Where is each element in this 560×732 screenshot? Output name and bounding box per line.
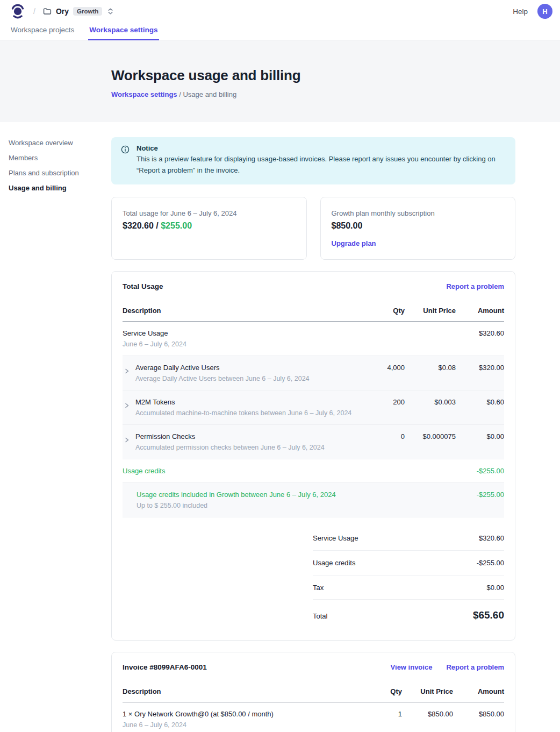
report-a-problem-link[interactable]: Report a problem — [446, 663, 504, 671]
table-header: Description Qty Unit Price Amount — [123, 303, 504, 322]
row-title: Service Usage — [123, 329, 364, 337]
summary-total-row: Total $65.60 — [313, 600, 504, 629]
invoice-title: Invoice #8099AFA6-0001 — [123, 663, 207, 671]
col-qty: Qty — [364, 687, 402, 695]
upgrade-plan-link[interactable]: Upgrade plan — [332, 239, 505, 247]
table-row: Usage credits -$255.00 — [123, 459, 504, 483]
row-amount: -$255.00 — [456, 467, 504, 475]
subscription-card: Growth plan monthly subscription $850.00… — [320, 197, 516, 260]
breadcrumb-separator: / — [177, 90, 183, 98]
tab-bar: Workspace projects Workspace settings — [0, 23, 560, 40]
summary-row: Service Usage $320.60 — [313, 526, 504, 551]
panel-title: Total Usage — [123, 282, 163, 290]
col-unit-price: Unit Price — [402, 687, 453, 695]
chevron-right-icon[interactable] — [124, 437, 130, 443]
topbar-right: Help H — [513, 4, 552, 19]
table-row[interactable]: Permission Checks Accumulated permission… — [123, 425, 504, 459]
sidebar-item-workspace-overview[interactable]: Workspace overview — [9, 139, 103, 147]
breadcrumb-current: Usage and billing — [183, 90, 236, 98]
row-unit-price: $850.00 — [402, 710, 453, 729]
total-usage-value: $320.60 / $255.00 — [123, 221, 296, 231]
row-amount: $320.00 — [456, 364, 504, 382]
row-qty: 0 — [364, 432, 405, 451]
table-row: 1 × Ory Network Growth@0 (at $850.00 / m… — [123, 702, 504, 732]
table-row: Service Usage June 6 – July 6, 2024 $320… — [123, 322, 504, 356]
summary-row: Usage credits -$255.00 — [313, 551, 504, 575]
row-amount: $850.00 — [453, 710, 504, 729]
row-subtitle: June 6 – July 6, 2024 — [123, 721, 364, 729]
col-amount: Amount — [456, 307, 504, 315]
notice-title: Notice — [137, 144, 506, 152]
row-unit-price: $0.08 — [405, 364, 456, 382]
total-usage-label: Total usage for June 6 – July 6, 2024 — [123, 209, 296, 217]
row-subtitle: Average Daily Active Users between June … — [135, 375, 310, 382]
invoice-panel: Invoice #8099AFA6-0001 View invoice Repo… — [111, 652, 515, 732]
ory-logo[interactable] — [11, 3, 25, 19]
chevron-right-icon[interactable] — [124, 402, 130, 409]
tab-workspace-projects[interactable]: Workspace projects — [10, 23, 75, 40]
plan-badge: Growth — [73, 7, 102, 16]
chevron-up-down-icon — [107, 8, 113, 15]
avatar[interactable]: H — [537, 4, 552, 19]
ory-logo-icon — [11, 3, 25, 19]
col-description: Description — [123, 687, 364, 695]
total-amount: $65.60 — [473, 609, 504, 621]
content: Workspace overview Members Plans and sub… — [0, 122, 560, 732]
page-title: Workspace usage and billing — [111, 67, 539, 84]
row-title: M2M Tokens — [135, 398, 351, 406]
col-description: Description — [123, 307, 364, 315]
summary-cards: Total usage for June 6 – July 6, 2024 $3… — [111, 197, 515, 260]
breadcrumb-link-workspace-settings[interactable]: Workspace settings — [111, 90, 177, 98]
workspace-name: Ory — [56, 7, 69, 16]
row-title: Average Daily Active Users — [135, 364, 310, 372]
row-title: Usage credits included in Growth between… — [137, 491, 336, 499]
subscription-amount: $850.00 — [332, 221, 505, 231]
row-amount: $0.60 — [456, 398, 504, 417]
row-title: 1 × Ory Network Growth@0 (at $850.00 / m… — [123, 710, 364, 718]
notice-body: This is a preview feature for displaying… — [137, 154, 506, 176]
table-row: Usage credits included in Growth between… — [123, 483, 504, 517]
row-qty: 4,000 — [364, 364, 405, 382]
table-row[interactable]: M2M Tokens Accumulated machine-to-machin… — [123, 390, 504, 425]
row-title: Permission Checks — [135, 432, 325, 440]
sidebar-item-plans-and-subscription[interactable]: Plans and subscription — [9, 169, 103, 177]
total-usage-card: Total usage for June 6 – July 6, 2024 $3… — [111, 197, 307, 260]
usage-credit-value: $255.00 — [161, 221, 192, 230]
report-a-problem-link[interactable]: Report a problem — [446, 282, 504, 290]
info-icon — [121, 145, 130, 176]
row-unit-price: $0.000075 — [405, 432, 456, 451]
row-subtitle: Accumulated machine-to-machine tokens be… — [135, 409, 351, 417]
col-amount: Amount — [453, 687, 504, 695]
main-column: Notice This is a preview feature for dis… — [111, 137, 515, 732]
row-qty: 1 — [364, 710, 402, 729]
page-header: Workspace usage and billing Workspace se… — [0, 40, 560, 122]
workspace-switcher[interactable]: Ory Growth — [43, 7, 113, 16]
row-qty: 200 — [364, 398, 405, 417]
row-amount: $0.00 — [456, 432, 504, 451]
notice-banner: Notice This is a preview feature for dis… — [111, 137, 515, 184]
row-subtitle: June 6 – July 6, 2024 — [123, 340, 364, 348]
total-usage-panel: Total Usage Report a problem Description… — [111, 271, 515, 641]
sidebar-item-usage-and-billing[interactable]: Usage and billing — [9, 184, 103, 192]
settings-sidenav: Workspace overview Members Plans and sub… — [9, 139, 103, 199]
top-bar: / Ory Growth Help H — [0, 0, 560, 23]
table-row[interactable]: Average Daily Active Users Average Daily… — [123, 356, 504, 390]
view-invoice-link[interactable]: View invoice — [391, 663, 433, 671]
breadcrumb: Workspace settings / Usage and billing — [111, 90, 539, 98]
row-amount: -$255.00 — [456, 491, 504, 509]
table-header: Description Qty Unit Price Amount — [123, 684, 504, 702]
chevron-right-icon[interactable] — [124, 368, 130, 374]
col-unit-price: Unit Price — [405, 307, 456, 315]
subscription-label: Growth plan monthly subscription — [332, 209, 505, 217]
folder-icon — [43, 7, 52, 16]
col-qty: Qty — [364, 307, 405, 315]
row-subtitle: Accumulated permission checks between Ju… — [135, 444, 325, 451]
summary-row: Tax $0.00 — [313, 575, 504, 600]
tab-workspace-settings[interactable]: Workspace settings — [88, 23, 159, 40]
row-title: Usage credits — [123, 467, 364, 475]
breadcrumb-separator: / — [33, 7, 35, 16]
usage-summary: Service Usage $320.60 Usage credits -$25… — [313, 526, 504, 629]
sidebar-item-members[interactable]: Members — [9, 154, 103, 162]
row-unit-price: $0.003 — [405, 398, 456, 417]
help-link[interactable]: Help — [513, 8, 528, 16]
